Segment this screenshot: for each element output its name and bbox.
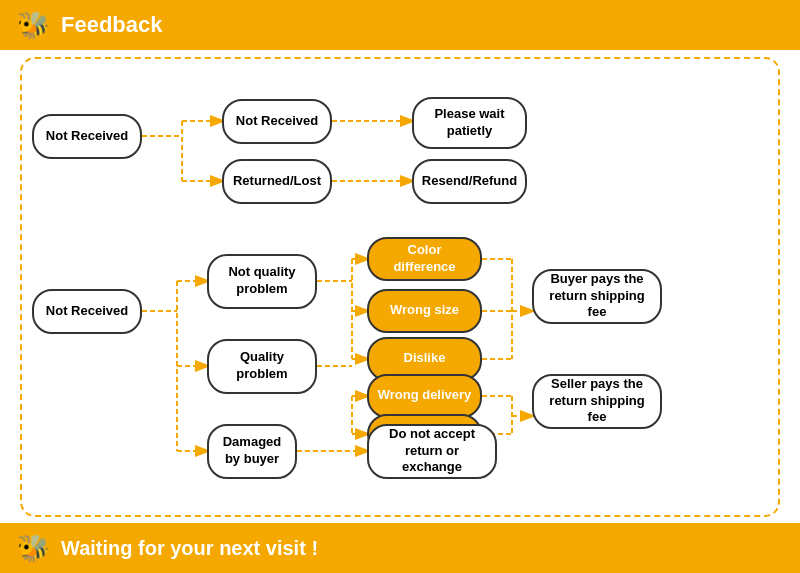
header-title: Feedback [61,12,163,38]
box-not-received-bottom: Not Received [32,289,142,334]
box-seller-pays: Seller pays the return shipping fee [532,374,662,429]
box-wrong-size: Wrong size [367,289,482,333]
box-wrong-delivery: Wrong delivery [367,374,482,418]
box-returned-lost: Returned/Lost [222,159,332,204]
box-no-return: Do not accept return or exchange [367,424,497,479]
box-not-received-right1: Not Received [222,99,332,144]
footer: 🐝 Waiting for your next visit ! [0,523,800,573]
box-please-wait: Please wait patietly [412,97,527,149]
header: 🐝 Feedback [0,0,800,50]
bee-icon-header: 🐝 [15,7,51,43]
footer-title: Waiting for your next visit ! [61,537,318,560]
box-buyer-pays: Buyer pays the return shipping fee [532,269,662,324]
box-not-received-top: Not Received [32,114,142,159]
box-quality-problem: Quality problem [207,339,317,394]
bee-icon-footer: 🐝 [15,530,51,566]
main-content: Not Received Not Received Returned/Lost … [0,50,800,523]
diagram-container: Not Received Not Received Returned/Lost … [20,57,780,517]
box-damaged-buyer: Damaged by buyer [207,424,297,479]
box-not-quality: Not quality problem [207,254,317,309]
box-color-difference: Color difference [367,237,482,281]
box-resend-refund: Resend/Refund [412,159,527,204]
